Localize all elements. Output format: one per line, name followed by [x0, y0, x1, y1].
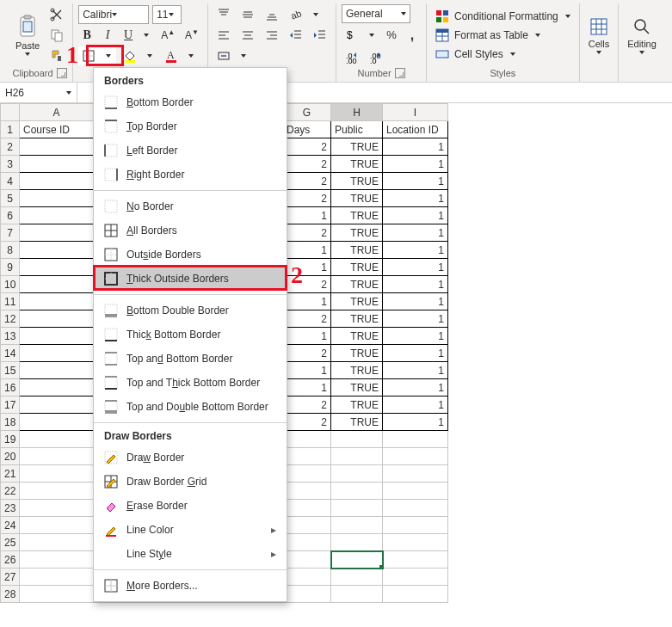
row-header[interactable]: 1 — [1, 121, 20, 138]
cell[interactable]: TRUE — [331, 362, 383, 379]
font-color-button[interactable]: A — [161, 46, 199, 65]
row-header[interactable]: 4 — [1, 173, 20, 190]
italic-button[interactable]: I — [99, 26, 116, 45]
menu-line-style[interactable]: Line Style ▸ — [94, 542, 287, 566]
cell[interactable]: 2 — [283, 310, 331, 328]
cell[interactable] — [20, 379, 94, 396]
cell[interactable]: 1 — [383, 379, 448, 396]
align-center-button[interactable] — [237, 26, 258, 45]
row-header[interactable]: 24 — [1, 517, 20, 534]
menu-more-borders[interactable]: More Borders... — [94, 574, 287, 598]
conditional-formatting-button[interactable]: Conditional Formatting — [432, 8, 574, 25]
cell[interactable]: 1 — [383, 224, 448, 242]
grow-font-button[interactable]: A▲ — [157, 26, 178, 44]
cell[interactable]: 1 — [383, 173, 448, 190]
cell[interactable] — [383, 431, 448, 448]
row-header[interactable]: 14 — [1, 345, 20, 362]
merge-center-button[interactable] — [213, 46, 251, 65]
cell[interactable] — [20, 276, 94, 293]
cell[interactable]: 1 — [283, 259, 331, 276]
row-header[interactable]: 26 — [1, 551, 20, 569]
cell[interactable] — [20, 259, 94, 276]
cell[interactable] — [20, 517, 94, 534]
cell[interactable]: 2 — [283, 276, 331, 293]
cell[interactable]: 1 — [383, 138, 448, 156]
cell[interactable]: 2 — [283, 345, 331, 362]
shrink-font-button[interactable]: A▼ — [182, 26, 202, 44]
cell[interactable]: TRUE — [331, 396, 383, 414]
cell[interactable] — [20, 396, 94, 414]
cell[interactable] — [383, 551, 448, 569]
cell[interactable]: Public — [331, 121, 383, 138]
cell[interactable] — [331, 500, 383, 517]
cell[interactable] — [20, 224, 94, 242]
cell[interactable] — [20, 242, 94, 259]
cell[interactable]: 1 — [383, 207, 448, 224]
cell[interactable]: TRUE — [331, 138, 383, 156]
row-header[interactable]: 8 — [1, 242, 20, 259]
borders-button[interactable] — [78, 46, 116, 65]
cell[interactable] — [283, 465, 331, 483]
cell[interactable]: 1 — [283, 379, 331, 396]
row-header[interactable]: 17 — [1, 396, 20, 414]
cell[interactable] — [331, 517, 383, 534]
cell[interactable] — [20, 465, 94, 483]
menu-top-and-double-bottom-border[interactable]: Top and Double Bottom Border — [94, 395, 287, 419]
cell[interactable] — [283, 586, 331, 603]
percent-button[interactable]: % — [383, 26, 400, 44]
cell[interactable] — [20, 207, 94, 224]
row-header[interactable]: 5 — [1, 190, 20, 207]
cell[interactable] — [20, 138, 94, 156]
cell-styles-button[interactable]: Cell Styles — [432, 46, 519, 63]
cell[interactable]: TRUE — [331, 310, 383, 328]
cell[interactable] — [20, 534, 94, 551]
menu-draw-border-grid[interactable]: Draw Border Grid — [94, 470, 287, 494]
cell[interactable]: 1 — [383, 242, 448, 259]
cell[interactable]: TRUE — [331, 156, 383, 173]
cell[interactable] — [20, 414, 94, 431]
cell[interactable] — [331, 534, 383, 551]
menu-outside-borders[interactable]: Outside Borders — [94, 243, 287, 267]
row-header[interactable]: 20 — [1, 448, 20, 465]
cell[interactable] — [331, 483, 383, 500]
cell[interactable] — [283, 483, 331, 500]
cell[interactable] — [331, 586, 383, 603]
row-header[interactable]: 13 — [1, 328, 20, 345]
cell[interactable] — [383, 534, 448, 551]
row-header[interactable]: 23 — [1, 500, 20, 517]
cell[interactable] — [20, 448, 94, 465]
cell[interactable]: 1 — [283, 293, 331, 310]
cell[interactable] — [331, 431, 383, 448]
cell[interactable] — [20, 190, 94, 207]
paste-button[interactable]: Paste — [12, 13, 43, 58]
cell[interactable] — [331, 448, 383, 465]
cell[interactable] — [283, 431, 331, 448]
row-header[interactable]: 12 — [1, 310, 20, 328]
cell[interactable]: 1 — [283, 242, 331, 259]
cell[interactable]: TRUE — [331, 276, 383, 293]
comma-button[interactable]: , — [404, 25, 421, 46]
cell[interactable]: Location ID — [383, 121, 448, 138]
cell[interactable] — [20, 310, 94, 328]
menu-left-border[interactable]: Left Border — [94, 138, 287, 163]
cell[interactable]: TRUE — [331, 224, 383, 242]
menu-all-borders[interactable]: All Borders — [94, 218, 287, 243]
align-middle-button[interactable] — [237, 5, 258, 24]
cell[interactable]: TRUE — [331, 173, 383, 190]
orientation-button[interactable]: ab — [286, 5, 324, 24]
cell[interactable] — [283, 534, 331, 551]
cell[interactable]: TRUE — [331, 207, 383, 224]
cell[interactable]: TRUE — [331, 328, 383, 345]
cells-button[interactable]: Cells — [585, 15, 613, 56]
bold-button[interactable]: B — [78, 26, 96, 45]
menu-top-and-thick-bottom-border[interactable]: Top and Thick Bottom Border — [94, 371, 287, 395]
row-header[interactable]: 15 — [1, 362, 20, 379]
cell[interactable] — [20, 156, 94, 173]
menu-bottom-double-border[interactable]: Bottom Double Border — [94, 298, 287, 323]
cell[interactable] — [20, 551, 94, 569]
col-header-I[interactable]: I — [383, 104, 448, 121]
cell[interactable]: 1 — [283, 362, 331, 379]
cell[interactable]: 1 — [383, 345, 448, 362]
format-as-table-button[interactable]: Format as Table — [432, 27, 544, 44]
menu-bottom-border[interactable]: Bottom Border — [94, 90, 287, 114]
